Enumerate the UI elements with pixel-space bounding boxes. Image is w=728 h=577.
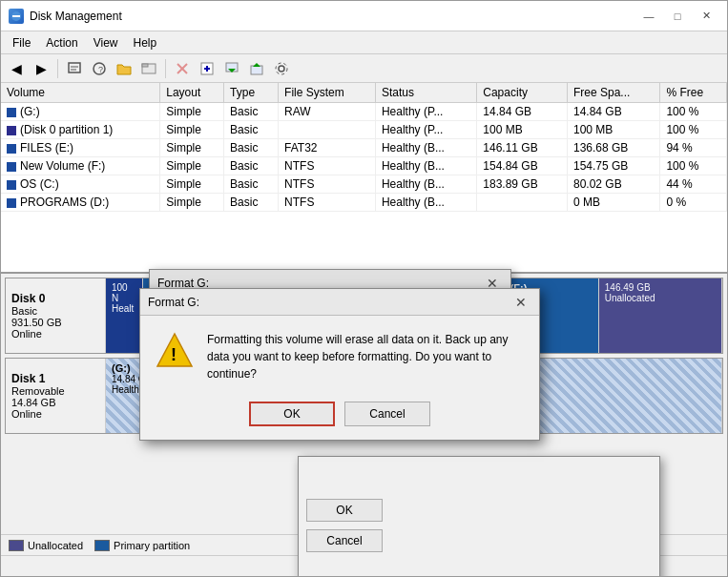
maximize-button[interactable]: □ xyxy=(664,7,691,26)
svg-text:?: ? xyxy=(98,65,103,74)
col-volume[interactable]: Volume xyxy=(1,83,160,103)
warn-cancel-button[interactable]: Cancel xyxy=(344,402,430,426)
title-bar-buttons: — □ ✕ xyxy=(635,7,719,26)
cell-type: Basic xyxy=(224,194,279,212)
cell-cap: 14.84 GB xyxy=(477,103,568,121)
cell-status: Healthy (B... xyxy=(375,157,476,175)
cell-free: 154.75 GB xyxy=(567,157,659,175)
table-header: Volume Layout Type File System Status Ca… xyxy=(1,83,727,103)
cell-pct: 94 % xyxy=(660,139,727,157)
import-button[interactable] xyxy=(220,57,243,80)
svg-point-19 xyxy=(276,63,287,74)
disk-1-label: Disk 1 Removable 14.84 GB Online xyxy=(6,359,106,433)
cell-volume: PROGRAMS (D:) xyxy=(1,194,160,212)
cell-layout: Simple xyxy=(160,139,224,157)
col-layout[interactable]: Layout xyxy=(160,83,224,103)
table-row[interactable]: (G:) Simple Basic RAW Healthy (P... 14.8… xyxy=(1,103,727,121)
cell-fs: NTFS xyxy=(279,157,376,175)
menu-bar: File Action View Help xyxy=(1,31,727,54)
disk-0-part-unalloc[interactable]: 146.49 GB Unallocated xyxy=(599,278,722,353)
help-button[interactable]: ? xyxy=(88,57,111,80)
cell-status: Healthy (P... xyxy=(375,121,476,139)
disk-1-size: 14.84 GB xyxy=(11,397,99,408)
cell-cap: 154.84 GB xyxy=(477,157,568,175)
warn-buttons: OK Cancel xyxy=(140,394,539,440)
col-pctfree[interactable]: % Free xyxy=(660,83,727,103)
menu-action[interactable]: Action xyxy=(38,34,85,52)
warn-ok-button[interactable]: OK xyxy=(249,402,335,426)
menu-file[interactable]: File xyxy=(5,34,38,52)
cell-cap: 146.11 GB xyxy=(477,139,568,157)
cell-fs xyxy=(279,121,376,139)
toolbar: ◀ ▶ ? xyxy=(1,54,727,83)
cell-pct: 0 % xyxy=(660,194,727,212)
cell-type: Basic xyxy=(224,157,279,175)
cell-type: Basic xyxy=(224,175,279,194)
cell-status: Healthy (P... xyxy=(375,103,476,121)
cell-type: Basic xyxy=(224,139,279,157)
disk-0-part-1[interactable]: 100 N Healt xyxy=(106,278,143,353)
new-button[interactable] xyxy=(196,57,218,80)
disk-0-size: 931.50 GB xyxy=(11,317,99,328)
menu-help[interactable]: Help xyxy=(126,34,165,52)
cell-free: 14.84 GB xyxy=(567,103,659,121)
warn-close-button[interactable]: ✕ xyxy=(510,294,531,311)
delete-button[interactable] xyxy=(171,57,194,80)
col-type[interactable]: Type xyxy=(224,83,279,103)
cell-cap: 183.89 GB xyxy=(477,175,568,194)
folder-button[interactable] xyxy=(113,57,135,80)
legend-unallocated: Unallocated xyxy=(9,540,83,551)
table-row[interactable]: PROGRAMS (D:) Simple Basic NTFS Healthy … xyxy=(1,194,727,212)
format-dialog-bg-ok[interactable]: OK xyxy=(306,499,383,522)
folder2-button[interactable] xyxy=(137,57,160,80)
cell-fs: NTFS xyxy=(279,194,376,212)
cell-free: 80.02 GB xyxy=(567,175,659,194)
col-capacity[interactable]: Capacity xyxy=(477,83,568,103)
disk-0-name: Disk 0 xyxy=(11,292,99,305)
cell-pct: 44 % xyxy=(660,175,727,194)
toolbar-separator-1 xyxy=(57,59,58,78)
menu-view[interactable]: View xyxy=(86,34,126,52)
table-row[interactable]: OS (C:) Simple Basic NTFS Healthy (B... … xyxy=(1,175,727,194)
col-filesystem[interactable]: File System xyxy=(279,83,376,103)
col-freespace[interactable]: Free Spa... xyxy=(567,83,659,103)
cell-volume: OS (C:) xyxy=(1,175,160,194)
cell-type: Basic xyxy=(224,121,279,139)
legend-primary-label: Primary partition xyxy=(114,540,190,551)
legend-primary-box xyxy=(94,540,110,551)
toolbar-separator-2 xyxy=(165,59,166,78)
warning-icon: ! xyxy=(156,331,194,369)
warning-dialog: Format G: ✕ ! Formatting this volume wil… xyxy=(139,288,540,441)
cell-volume: (G:) xyxy=(1,103,160,121)
export-button[interactable] xyxy=(245,57,268,80)
title-bar: Disk Management — □ ✕ xyxy=(1,1,727,31)
forward-button[interactable]: ▶ xyxy=(30,57,52,80)
col-status[interactable]: Status xyxy=(375,83,476,103)
cell-type: Basic xyxy=(224,103,279,121)
cell-pct: 100 % xyxy=(660,103,727,121)
table-row[interactable]: FILES (E:) Simple Basic FAT32 Healthy (B… xyxy=(1,139,727,157)
cell-fs: FAT32 xyxy=(279,139,376,157)
minimize-button[interactable]: — xyxy=(635,7,662,26)
volume-table: Volume Layout Type File System Status Ca… xyxy=(1,83,727,212)
legend-unalloc-label: Unallocated xyxy=(28,540,83,551)
settings-button[interactable] xyxy=(270,57,293,80)
app-icon xyxy=(9,9,24,24)
back-button[interactable]: ◀ xyxy=(5,57,28,80)
cell-volume: (Disk 0 partition 1) xyxy=(1,121,160,139)
cell-fs: RAW xyxy=(279,103,376,121)
table-row[interactable]: New Volume (F:) Simple Basic NTFS Health… xyxy=(1,157,727,175)
cell-free: 0 MB xyxy=(567,194,659,212)
cell-layout: Simple xyxy=(160,121,224,139)
title-bar-left: Disk Management xyxy=(9,9,122,24)
table-body: (G:) Simple Basic RAW Healthy (P... 14.8… xyxy=(1,103,727,212)
cell-volume: New Volume (F:) xyxy=(1,157,160,175)
close-button[interactable]: ✕ xyxy=(693,7,719,26)
properties-button[interactable] xyxy=(63,57,86,80)
format-dialog-bg-cancel[interactable]: Cancel xyxy=(306,529,383,552)
window-title: Disk Management xyxy=(30,10,122,23)
cell-volume: FILES (E:) xyxy=(1,139,160,157)
table-row[interactable]: (Disk 0 partition 1) Simple Basic Health… xyxy=(1,121,727,139)
cell-layout: Simple xyxy=(160,157,224,175)
warn-message: Formatting this volume will erase all da… xyxy=(207,331,524,382)
